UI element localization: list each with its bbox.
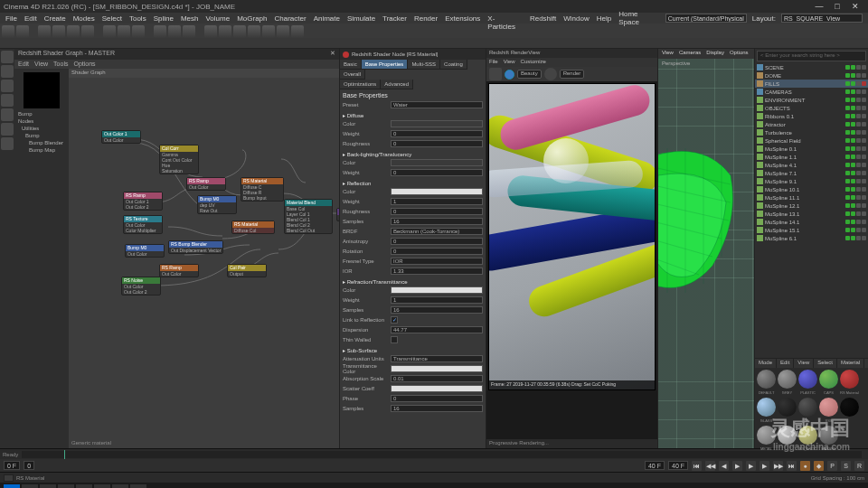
menu-volume[interactable]: Volume <box>205 14 230 22</box>
close-icon[interactable]: ✕ <box>330 50 335 59</box>
tab-advanced[interactable]: Advanced <box>381 80 413 89</box>
material-ball[interactable] <box>778 398 797 417</box>
task-chrome-icon[interactable] <box>76 484 92 488</box>
section-backlight[interactable]: Back-lighting/Translucency <box>343 151 483 157</box>
node-bumpM0[interactable]: Bump M0dep UVRaw Out <box>197 195 237 214</box>
vp-menu-view[interactable]: View <box>662 50 674 58</box>
bl-color[interactable] <box>391 159 483 166</box>
keyframe-pos-button[interactable]: P <box>827 461 837 471</box>
rv-menu-file[interactable]: File <box>489 59 498 66</box>
next-key-button[interactable]: ▶▶ <box>773 461 783 471</box>
frame-total-field[interactable]: 40 F <box>668 461 688 470</box>
tool-move[interactable] <box>52 25 65 38</box>
refr-samples[interactable]: 16 <box>391 306 483 314</box>
menu-mesh[interactable]: Mesh <box>181 14 199 22</box>
tab-multisss[interactable]: Multi-SSS <box>408 60 440 70</box>
object-row[interactable]: MoSpline 15.1 <box>755 226 868 234</box>
refl-aniso[interactable]: 0 <box>391 238 483 245</box>
tool-undo[interactable] <box>2 25 14 38</box>
node-ramp1[interactable]: RS RampOut Color 1Out Color 2 <box>123 192 163 211</box>
node-colcorr[interactable]: Col CorrGammaCont Out ColorHueSaturation <box>159 145 199 174</box>
menu-modes[interactable]: Modes <box>73 14 95 22</box>
material-ball[interactable] <box>819 398 838 417</box>
object-row[interactable]: Spherical Field <box>755 136 868 145</box>
window-min-button[interactable]: — <box>810 2 828 11</box>
refr-color[interactable] <box>391 286 483 294</box>
keyframe-rot-button[interactable]: R <box>854 461 864 471</box>
object-row[interactable]: SCENE <box>755 63 868 71</box>
prev-key-button[interactable]: ◀◀ <box>705 461 715 471</box>
menu-redshift[interactable]: Redshift <box>530 14 556 22</box>
timeline-cursor[interactable] <box>64 450 65 459</box>
object-row[interactable]: Ribbons 0.1 <box>755 112 868 120</box>
task-search-icon[interactable] <box>22 484 38 488</box>
frame-start-field[interactable]: 0 F <box>4 461 20 470</box>
tool-redo[interactable] <box>16 25 29 38</box>
task-browser-icon[interactable] <box>58 484 74 488</box>
node-ramp2[interactable]: RS RampOut Color <box>159 264 199 277</box>
vp-menu-options[interactable]: Options <box>730 50 749 58</box>
material-ball[interactable] <box>757 370 776 389</box>
section-reflection[interactable]: Reflection <box>343 180 483 186</box>
object-row[interactable]: MoSpline 10.1 <box>755 185 868 193</box>
mat-tab-edit[interactable]: Edit <box>777 359 794 368</box>
tab-basic[interactable]: Basic <box>340 60 362 70</box>
menu-simulate[interactable]: Simulate <box>347 14 375 22</box>
object-row[interactable]: MoSpline 6.1 <box>755 234 868 242</box>
object-search-input[interactable]: < Enter your search string here > <box>757 51 866 61</box>
material-ball[interactable] <box>798 426 817 445</box>
task-app2-icon[interactable] <box>130 484 146 488</box>
menu-tools[interactable]: Tools <box>129 14 146 22</box>
menu-render[interactable]: Render <box>414 14 438 22</box>
node-rsmaterial2[interactable]: RS MaterialDiffuse Col <box>231 221 275 234</box>
mode-axis[interactable] <box>1 137 14 150</box>
refl-samples[interactable]: 16 <box>391 218 483 225</box>
object-row[interactable]: MoSpline 7.1 <box>755 169 868 177</box>
mat-tab-mode[interactable]: Mode <box>755 359 777 368</box>
object-row[interactable]: CAMERAS <box>755 88 868 96</box>
object-row[interactable]: MoSpline 0.1 <box>755 145 868 153</box>
tree-bump[interactable]: Bump <box>16 132 67 139</box>
menu-animate[interactable]: Animate <box>314 14 340 22</box>
shader-menu-options[interactable]: Options <box>73 61 95 68</box>
object-row[interactable]: MoSpline 13.1 <box>755 210 868 218</box>
task-explorer-icon[interactable] <box>40 484 56 488</box>
task-app-icon[interactable] <box>112 484 128 488</box>
material-ball[interactable] <box>798 370 817 389</box>
sss-transcolor[interactable] <box>391 365 483 372</box>
tool-rotate[interactable] <box>81 25 94 38</box>
material-ball[interactable] <box>798 398 817 417</box>
tool-deformer[interactable] <box>248 25 260 38</box>
tab-optimizations[interactable]: Optimizations <box>340 80 381 89</box>
object-row[interactable]: MoSpline 12.1 <box>755 202 868 210</box>
tab-coating[interactable]: Coating <box>440 60 467 70</box>
play-button[interactable]: ▶ <box>746 461 756 471</box>
tool-light[interactable] <box>291 25 304 38</box>
tool-select[interactable] <box>38 25 51 38</box>
menu-extensions[interactable]: Extensions <box>445 14 480 22</box>
link-reflection-check[interactable] <box>391 316 398 324</box>
material-ball[interactable] <box>819 426 838 445</box>
tree-nodes[interactable]: Nodes <box>16 117 67 125</box>
menu-tracker[interactable]: Tracker <box>382 14 407 22</box>
object-row[interactable]: DOME <box>755 71 868 80</box>
sss-abs[interactable]: 0.01 <box>391 375 483 382</box>
mode-object[interactable] <box>1 65 14 78</box>
goto-start-button[interactable]: ⏮ <box>692 461 702 471</box>
keyframe-scale-button[interactable]: S <box>841 461 851 471</box>
mode-texture[interactable] <box>1 123 14 136</box>
vp-menu-cameras[interactable]: Cameras <box>679 50 701 58</box>
tree-utilities[interactable]: Utilities <box>16 125 67 132</box>
vp-menu-display[interactable]: Display <box>706 50 724 58</box>
material-ball[interactable] <box>840 398 859 417</box>
tool-axis-x[interactable] <box>103 25 116 38</box>
tool-primitive[interactable] <box>204 25 217 38</box>
bl-weight[interactable]: 0 <box>391 169 483 176</box>
mat-tab-texture[interactable]: Texture <box>864 359 868 368</box>
object-row[interactable]: Turbulence <box>755 128 868 136</box>
3d-viewport[interactable]: View Cameras Display Options Filter Pane… <box>658 49 754 448</box>
renderview-tab[interactable]: Redshift RenderView <box>486 49 657 58</box>
tab-overall[interactable]: Overall <box>340 70 365 80</box>
rv-snapshot-icon[interactable] <box>544 68 557 80</box>
rv-render-select[interactable]: Render <box>560 70 585 79</box>
